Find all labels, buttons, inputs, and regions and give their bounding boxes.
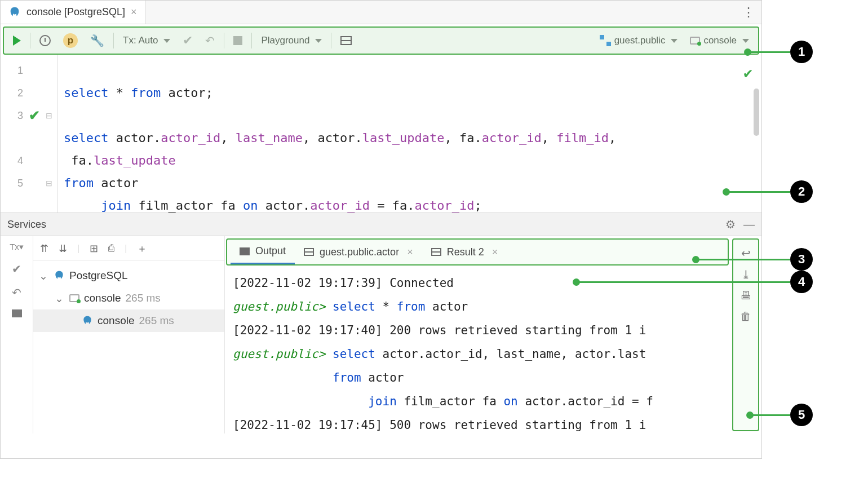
- p-badge-icon: p: [63, 33, 78, 48]
- tx-label: Tx: Auto: [123, 35, 158, 46]
- tab-label: Output: [255, 245, 286, 257]
- callout-number: 1: [790, 41, 813, 63]
- filter-icon[interactable]: ⎙: [108, 242, 114, 254]
- stop-icon: [233, 36, 242, 45]
- clock-icon: [39, 35, 51, 46]
- postgres-icon: [82, 315, 93, 326]
- sql-editor[interactable]: 1 2 3✔⊟ 4 5⊟ select * from actor; select…: [1, 55, 761, 213]
- scrollbar-thumb[interactable]: [754, 89, 759, 136]
- services-tree: ⌄ PostgreSQL ⌄ console 265 ms console 26…: [33, 261, 224, 335]
- tree-label: PostgreSQL: [69, 269, 128, 282]
- view-results-button[interactable]: [337, 34, 355, 47]
- chevron-down-icon: [742, 39, 749, 43]
- services-left-toolbar: Tx▾ ✔ ↶: [1, 236, 33, 433]
- layout-icon[interactable]: [12, 309, 22, 317]
- run-line-icon[interactable]: ✔: [29, 108, 40, 123]
- rollback-button[interactable]: ↶: [202, 32, 218, 50]
- expand-all-icon[interactable]: ⇈: [40, 242, 48, 255]
- close-icon[interactable]: ×: [492, 246, 498, 258]
- tree-time: 265 ms: [126, 292, 161, 304]
- collapse-all-icon[interactable]: ⇊: [59, 242, 67, 255]
- services-settings-icon[interactable]: ⚙: [725, 218, 736, 231]
- callout-3: 3: [699, 248, 813, 271]
- tab-result-actor[interactable]: guest.public.actor×: [295, 240, 422, 264]
- file-tab-bar: console [PostgreSQL] × ⋮: [1, 1, 761, 24]
- tx-icon[interactable]: Tx▾: [10, 242, 24, 252]
- services-minimize-icon[interactable]: —: [743, 218, 755, 231]
- wrench-icon: 🔧: [90, 34, 104, 47]
- line-number: 5: [1, 178, 23, 189]
- tab-output[interactable]: Output: [231, 240, 295, 264]
- chevron-down-icon: [671, 39, 677, 43]
- postgres-icon: [8, 6, 21, 19]
- undo-icon: ↶: [205, 34, 215, 47]
- chevron-down-icon: ⌄: [55, 292, 65, 305]
- stop-button[interactable]: [230, 34, 246, 47]
- callout-number: 4: [790, 271, 813, 293]
- play-icon: [13, 36, 21, 46]
- history-button[interactable]: [36, 33, 54, 48]
- postgres-icon: [54, 270, 65, 281]
- services-main: Output guest.public.actor× Result 2× [20…: [225, 236, 732, 433]
- line-number: 3: [1, 110, 23, 122]
- p-badge-button[interactable]: p: [60, 31, 81, 50]
- close-icon[interactable]: ×: [407, 246, 413, 258]
- tree-node-console-child[interactable]: console 265 ms: [33, 309, 224, 332]
- tab-title: console [PostgreSQL]: [26, 6, 125, 18]
- chevron-down-icon: ⌄: [39, 269, 49, 282]
- callout-4: 4: [579, 271, 813, 293]
- editor-gutter: 1 2 3✔⊟ 4 5⊟: [1, 55, 57, 213]
- console-icon: [690, 37, 700, 45]
- tx-mode-dropdown[interactable]: Tx: Auto: [119, 33, 174, 48]
- output-icon: [240, 247, 250, 255]
- rollback-icon[interactable]: ↶: [12, 286, 21, 299]
- callout-number: 2: [790, 180, 813, 203]
- table-icon: [304, 248, 314, 256]
- tab-label: Result 2: [447, 246, 484, 258]
- session-dropdown[interactable]: console: [687, 33, 752, 48]
- run-button[interactable]: [10, 33, 24, 48]
- callout-2: 2: [729, 180, 813, 203]
- tree-root[interactable]: ⌄ PostgreSQL: [33, 264, 224, 287]
- services-panel-header: Services ⚙ —: [1, 213, 761, 236]
- schema-dropdown[interactable]: guest.public: [596, 33, 681, 48]
- line-number: 4: [1, 155, 23, 167]
- chevron-down-icon: [163, 39, 170, 43]
- schema-icon: [600, 35, 611, 46]
- chevron-down-icon: [315, 39, 322, 43]
- check-icon: ✔: [183, 33, 193, 48]
- app-window: console [PostgreSQL] × ⋮ p 🔧 Tx: Auto ✔ …: [0, 0, 762, 459]
- schema-label: guest.public: [614, 35, 666, 46]
- add-icon[interactable]: ＋: [137, 242, 147, 255]
- clear-icon[interactable]: 🗑: [740, 310, 751, 323]
- grid-icon[interactable]: ⊞: [90, 242, 98, 255]
- services-body: Tx▾ ✔ ↶ ⇈ ⇊ | ⊞ ⎙ | ＋ ⌄ PostgreSQL: [1, 236, 761, 433]
- line-number: 1: [1, 65, 23, 77]
- line-number: 2: [1, 87, 23, 99]
- services-tree-toolbar: ⇈ ⇊ | ⊞ ⎙ | ＋: [33, 236, 224, 261]
- services-title: Services: [7, 219, 46, 231]
- tab-result-2[interactable]: Result 2×: [422, 240, 507, 264]
- callout-number: 5: [790, 404, 813, 426]
- result-tabs: Output guest.public.actor× Result 2×: [226, 238, 729, 266]
- more-options-icon[interactable]: ⋮: [734, 5, 761, 20]
- console-icon: [69, 294, 79, 302]
- file-tab-console[interactable]: console [PostgreSQL] ×: [1, 1, 145, 24]
- commit-button[interactable]: ✔: [179, 31, 196, 50]
- mode-dropdown[interactable]: Playground: [258, 33, 325, 48]
- session-label: console: [703, 35, 737, 46]
- callout-5: 5: [753, 404, 813, 426]
- services-tree-panel: ⇈ ⇊ | ⊞ ⎙ | ＋ ⌄ PostgreSQL ⌄ console 26: [33, 236, 225, 433]
- code-area[interactable]: select * from actor; select actor.actor_…: [57, 55, 761, 213]
- callout-1: 1: [751, 41, 813, 63]
- table-icon: [431, 248, 441, 256]
- inspection-ok-icon[interactable]: ✔: [743, 61, 752, 84]
- tree-node-console[interactable]: ⌄ console 265 ms: [33, 287, 224, 309]
- callout-number: 3: [790, 248, 813, 271]
- settings-button[interactable]: 🔧: [87, 32, 108, 50]
- commit-icon[interactable]: ✔: [12, 262, 21, 276]
- tree-label: console: [84, 292, 121, 304]
- close-tab-icon[interactable]: ×: [131, 6, 137, 18]
- query-toolbar: p 🔧 Tx: Auto ✔ ↶ Playground guest.public…: [3, 26, 759, 55]
- table-icon: [340, 36, 352, 45]
